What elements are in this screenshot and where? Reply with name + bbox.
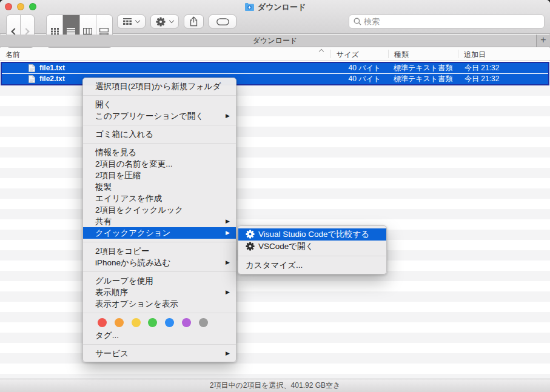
list-icon: [67, 28, 75, 35]
submenu-item-open-in-vscode[interactable]: VSCodeで開く: [238, 241, 386, 253]
table-row[interactable]: file1.txt 40 バイト 標準テキスト書類 今日 21:32: [2, 63, 548, 73]
quick-actions-submenu: Visual Studio Codeで比較する VSCodeで開く カスタマイズ…: [238, 225, 387, 274]
gear-icon: [246, 242, 255, 251]
column-divider[interactable]: [330, 50, 331, 58]
gear-icon: [156, 17, 166, 27]
chevron-left-icon: [11, 28, 18, 35]
new-tab-button[interactable]: +: [536, 35, 550, 47]
close-button[interactable]: [5, 3, 12, 10]
submenu-arrow-icon: ▶: [226, 257, 230, 268]
status-bar: 2項目中の2項目を選択、401.92 GB空き: [0, 379, 550, 392]
search-input[interactable]: 検索: [349, 15, 545, 28]
sort-ascending-icon: [319, 49, 324, 54]
file-kind: 標準テキスト書類: [394, 74, 452, 84]
menu-item-show-view-options[interactable]: 表示オプションを表示: [83, 298, 236, 310]
tag-orange[interactable]: [115, 318, 124, 327]
chevron-right-icon: [23, 28, 30, 35]
submenu-arrow-icon: ▶: [226, 110, 230, 122]
file-date-added: 今日 21:32: [464, 63, 499, 73]
tag-red[interactable]: [98, 318, 107, 327]
group-icon: [123, 18, 132, 25]
gear-icon: [246, 230, 255, 239]
submenu-arrow-icon: ▶: [226, 216, 230, 227]
menu-item-copy[interactable]: 2項目をコピー: [83, 245, 236, 257]
menu-item-get-info[interactable]: 情報を見る: [83, 147, 236, 158]
column-header-name[interactable]: 名前: [5, 50, 20, 60]
group-button[interactable]: [117, 15, 146, 28]
column-divider[interactable]: [388, 50, 389, 58]
menu-item-move-to-trash[interactable]: ゴミ箱に入れる: [83, 128, 236, 140]
tag-gray[interactable]: [199, 318, 208, 327]
submenu-arrow-icon: ▶: [226, 287, 230, 298]
menu-item-use-groups[interactable]: グループを使用: [83, 275, 236, 287]
file-kind: 標準テキスト書類: [394, 63, 452, 73]
column-header-size[interactable]: サイズ: [337, 50, 359, 60]
menu-item-sort-by[interactable]: 表示順序▶: [83, 287, 236, 298]
plus-icon: +: [540, 35, 546, 45]
back-button[interactable]: [7, 29, 20, 34]
menu-item-tags[interactable]: タグ...: [83, 330, 236, 341]
columns-icon: [83, 28, 92, 35]
forward-button[interactable]: [21, 29, 34, 34]
tag-blue[interactable]: [165, 318, 174, 327]
menu-item-rename[interactable]: 2項目の名前を変更...: [83, 158, 236, 170]
document-icon: [29, 64, 35, 72]
chevron-down-icon: [169, 18, 174, 23]
tab-bar: ダウンロード +: [0, 35, 550, 47]
menu-separator: [238, 256, 386, 256]
search-placeholder: 検索: [364, 16, 380, 27]
menu-item-quick-actions[interactable]: クイックアクション▶: [83, 227, 236, 239]
status-text: 2項目中の2項目を選択、401.92 GB空き: [210, 381, 341, 390]
tab-downloads[interactable]: ダウンロード: [253, 36, 297, 45]
menu-item-new-folder-from-selection[interactable]: 選択項目(2項目)から新規フォルダ: [83, 81, 236, 92]
file-name: file2.txt: [39, 74, 65, 84]
submenu-item-compare-in-vscode[interactable]: Visual Studio Codeで比較する: [238, 228, 386, 241]
grid-icon: [51, 28, 59, 35]
tag-icon: [216, 18, 229, 25]
column-header-date-added[interactable]: 追加日: [464, 50, 486, 60]
zoom-button[interactable]: [29, 3, 36, 10]
share-button[interactable]: [184, 15, 204, 28]
downloads-folder-icon: [244, 2, 255, 11]
gallery-icon: [99, 28, 109, 35]
title-bar: ダウンロード: [0, 0, 550, 34]
minimize-button[interactable]: [17, 3, 24, 10]
menu-separator: [83, 95, 236, 96]
document-icon: [29, 75, 35, 83]
chevron-down-icon: [135, 18, 140, 23]
menu-separator: [83, 313, 236, 313]
search-icon: [354, 18, 361, 25]
menu-item-import-from-iphone[interactable]: iPhoneから読み込む▶: [83, 257, 236, 268]
submenu-arrow-icon: ▶: [226, 227, 230, 239]
window-title-area: ダウンロード: [61, 2, 489, 12]
menu-separator: [83, 271, 236, 272]
menu-item-services[interactable]: サービス▶: [83, 348, 236, 359]
submenu-item-customize[interactable]: カスタマイズ...: [238, 259, 386, 271]
action-menu-button[interactable]: [150, 15, 179, 28]
column-divider[interactable]: [458, 50, 458, 58]
tag-button[interactable]: [209, 15, 236, 28]
column-header-kind[interactable]: 種類: [394, 50, 409, 60]
column-header-row: 名前 サイズ 種類 追加日: [0, 48, 550, 61]
finder-window: ダウンロード: [0, 0, 550, 392]
menu-separator: [83, 125, 236, 125]
file-size: 40 バイト: [332, 74, 381, 84]
menu-separator: [83, 242, 236, 242]
submenu-arrow-icon: ▶: [226, 348, 230, 359]
menu-item-share[interactable]: 共有▶: [83, 216, 236, 227]
menu-item-open[interactable]: 開く: [83, 99, 236, 110]
menu-item-quick-look[interactable]: 2項目をクイックルック: [83, 204, 236, 216]
file-date-added: 今日 21:32: [464, 74, 499, 84]
menu-item-compress[interactable]: 2項目を圧縮: [83, 170, 236, 181]
file-name: file1.txt: [39, 63, 65, 73]
window-title: ダウンロード: [258, 2, 306, 12]
menu-separator: [83, 143, 236, 144]
tag-green[interactable]: [148, 318, 157, 327]
tag-purple[interactable]: [182, 318, 191, 327]
tag-color-row: [83, 316, 236, 330]
tag-yellow[interactable]: [132, 318, 141, 327]
menu-item-make-alias[interactable]: エイリアスを作成: [83, 193, 236, 204]
menu-item-open-with[interactable]: このアプリケーションで開く▶: [83, 110, 236, 122]
share-icon: [189, 16, 198, 27]
menu-item-duplicate[interactable]: 複製: [83, 181, 236, 193]
